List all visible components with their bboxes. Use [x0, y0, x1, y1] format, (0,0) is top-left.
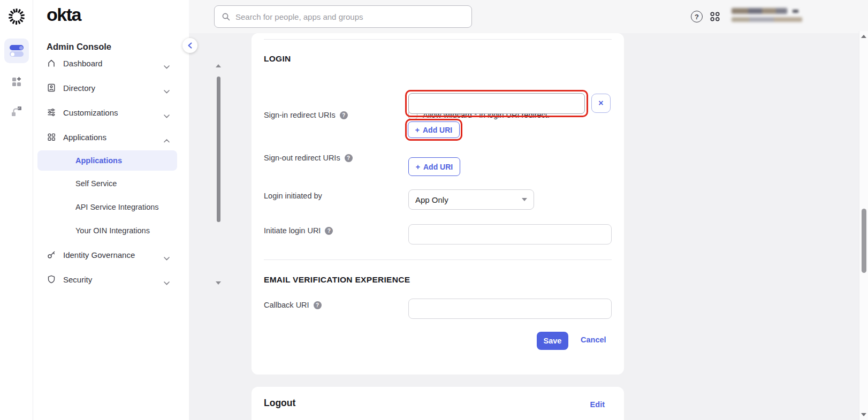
- apps-grid-icon: [47, 132, 56, 142]
- add-apps-rail-icon[interactable]: [10, 75, 23, 88]
- sidebar-item-dashboard[interactable]: Dashboard: [33, 56, 189, 75]
- sidebar-item-label: Security: [63, 275, 92, 284]
- signin-redirect-uri-input[interactable]: [408, 93, 585, 114]
- sidebar-collapse-button[interactable]: [182, 38, 197, 53]
- admin-console-rail-button[interactable]: [4, 39, 29, 63]
- plus-icon: +: [416, 163, 420, 171]
- sidebar-subitem-api-service-integrations[interactable]: API Service Integrations: [37, 195, 177, 219]
- help-tooltip-icon[interactable]: ?: [325, 227, 333, 235]
- sidebar-scroll-up-arrow[interactable]: [216, 64, 221, 67]
- user-account-menu[interactable]: [732, 7, 812, 26]
- help-icon[interactable]: ?: [691, 11, 703, 22]
- page-scrollbar-thumb[interactable]: [862, 209, 866, 273]
- signout-add-uri-button[interactable]: +Add URI: [408, 157, 460, 176]
- help-tooltip-icon[interactable]: ?: [340, 111, 348, 119]
- top-header: ?: [189, 0, 868, 33]
- email-verification-heading: EMAIL VERIFICATION EXPERIENCE: [264, 275, 410, 285]
- add-uri-button-highlight-annotation: +Add URI: [405, 119, 462, 141]
- workflows-rail-icon[interactable]: [10, 105, 23, 118]
- org-name-redacted: [732, 17, 802, 22]
- home-icon: [47, 58, 56, 68]
- sidebar-item-label: Directory: [63, 83, 95, 93]
- icon-rail: [0, 0, 33, 420]
- console-title: Admin Console: [47, 42, 111, 52]
- close-icon: ×: [598, 98, 603, 108]
- sidebar: okta Admin Console Dashboard: [33, 0, 189, 420]
- sidebar-nav: Dashboard Directory: [33, 56, 189, 289]
- shield-icon: [47, 274, 56, 284]
- chevron-down-icon: [164, 253, 170, 263]
- section-divider: [264, 259, 612, 260]
- sidebar-scroll-down-arrow[interactable]: [216, 281, 221, 285]
- chevron-up-icon: [164, 135, 170, 145]
- callback-uri-input[interactable]: [408, 299, 612, 319]
- chevron-left-icon: [188, 42, 192, 49]
- signin-add-uri-button[interactable]: +Add URI: [408, 121, 460, 138]
- sidebar-item-label: Identity Governance: [63, 250, 135, 259]
- select-caret-icon: [522, 198, 527, 201]
- sidebar-item-customizations[interactable]: Customizations: [33, 100, 189, 125]
- directory-icon: [47, 83, 56, 93]
- chevron-down-icon: [164, 111, 170, 120]
- okta-spinner-logo: [7, 7, 26, 26]
- sidebar-item-label: Dashboard: [63, 59, 102, 68]
- sidebar-item-directory[interactable]: Directory: [33, 75, 189, 100]
- scroll-up-arrow[interactable]: [861, 35, 866, 38]
- toggles-icon: [9, 44, 24, 57]
- sidebar-item-security[interactable]: Security: [33, 267, 189, 289]
- page-scrollbar[interactable]: [859, 31, 868, 420]
- key-icon: [47, 250, 56, 259]
- app-switcher-icon[interactable]: [710, 11, 720, 22]
- section-divider: [264, 39, 612, 40]
- plus-icon: +: [415, 126, 420, 134]
- main-area: ? LOGIN Sign-in redirect URIs ? Allow wi…: [189, 0, 868, 420]
- sidebar-scrollbar-thumb[interactable]: [217, 77, 220, 222]
- save-button[interactable]: Save: [537, 332, 568, 350]
- global-search[interactable]: [214, 5, 472, 28]
- sidebar-subitem-your-oin-integrations[interactable]: Your OIN Integrations: [37, 219, 177, 242]
- chevron-down-icon: [164, 62, 170, 71]
- logout-edit-link[interactable]: Edit: [590, 400, 605, 409]
- signin-redirect-uris-label: Sign-in redirect URIs ?: [264, 111, 348, 119]
- search-icon: [222, 12, 231, 21]
- chevron-down-icon: [164, 278, 170, 287]
- initiate-login-uri-label: Initiate login URI ?: [264, 226, 333, 235]
- chevron-down-icon: [164, 86, 170, 96]
- help-tooltip-icon[interactable]: ?: [314, 301, 322, 309]
- sidebar-item-label: Applications: [63, 133, 106, 142]
- user-name-redacted: [732, 8, 787, 14]
- remove-uri-button[interactable]: ×: [591, 94, 611, 113]
- initiate-login-uri-input[interactable]: [408, 224, 612, 245]
- sidebar-item-identity-governance[interactable]: Identity Governance: [33, 242, 189, 267]
- sliders-icon: [47, 108, 56, 117]
- login-initiated-by-label: Login initiated by: [264, 192, 322, 200]
- login-section-heading: LOGIN: [264, 54, 291, 64]
- sidebar-subitem-self-service[interactable]: Self Service: [37, 172, 177, 195]
- user-menu-chevron: [793, 10, 798, 13]
- cancel-button[interactable]: Cancel: [581, 335, 606, 344]
- sidebar-item-applications[interactable]: Applications: [33, 125, 189, 149]
- logout-section-title: Logout: [264, 398, 295, 409]
- general-settings-card: LOGIN Sign-in redirect URIs ? Allow wild…: [252, 33, 624, 375]
- okta-wordmark: okta: [47, 4, 81, 25]
- login-initiated-by-select[interactable]: App Only: [408, 189, 534, 210]
- callback-uri-label: Callback URI ?: [264, 301, 322, 309]
- sidebar-item-label: Customizations: [63, 108, 118, 117]
- signin-uri-input-highlight-annotation: [405, 90, 588, 117]
- help-tooltip-icon[interactable]: ?: [345, 154, 353, 162]
- scroll-down-arrow[interactable]: [861, 413, 866, 416]
- logout-card: Logout Edit: [252, 387, 624, 420]
- search-input[interactable]: [235, 12, 471, 21]
- signout-redirect-uris-label: Sign-out redirect URIs ?: [264, 154, 353, 162]
- sidebar-subitem-applications[interactable]: Applications: [37, 150, 177, 171]
